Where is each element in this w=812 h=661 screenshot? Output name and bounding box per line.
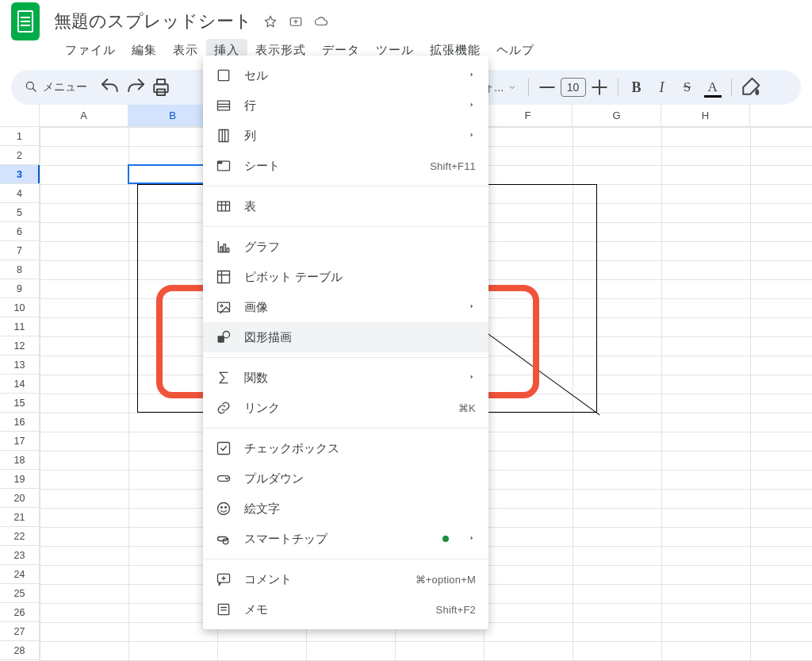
row-header-24[interactable]: 24 [0, 565, 39, 584]
new-indicator-dot [442, 536, 449, 542]
row-header-6[interactable]: 6 [0, 222, 39, 241]
column-header-F[interactable]: F [484, 105, 573, 126]
bold-button[interactable]: B [625, 75, 649, 99]
svg-rect-7 [219, 130, 228, 142]
menu-item-label: セル [244, 68, 455, 83]
submenu-arrow-icon [468, 534, 476, 544]
insert-menu-item-sigma[interactable]: 関数 [203, 363, 488, 393]
star-icon[interactable] [263, 14, 278, 29]
submenu-arrow-icon [468, 373, 476, 382]
row-header-1[interactable]: 1 [0, 127, 39, 146]
row-header-2[interactable]: 2 [0, 146, 39, 165]
insert-menu-item-chart[interactable]: グラフ [203, 232, 488, 262]
image-icon [216, 299, 232, 315]
pivot-icon [216, 269, 232, 285]
select-all-corner[interactable] [0, 105, 40, 127]
row-header-22[interactable]: 22 [0, 527, 39, 546]
svg-rect-26 [218, 604, 228, 614]
row-header-18[interactable]: 18 [0, 451, 39, 470]
row-header-8[interactable]: 8 [0, 260, 39, 279]
undo-button[interactable] [98, 75, 122, 99]
redo-button[interactable] [124, 75, 147, 99]
insert-menu-item-drawing[interactable]: 図形描画 [203, 322, 488, 352]
svg-rect-19 [218, 443, 230, 455]
menu-item-label: 列 [244, 129, 455, 144]
sigma-icon [216, 370, 232, 386]
row-header-15[interactable]: 15 [0, 394, 39, 413]
cols-icon [216, 128, 232, 144]
row-header-19[interactable]: 19 [0, 470, 39, 489]
menu-表示[interactable]: 表示 [165, 39, 206, 62]
move-icon[interactable] [289, 14, 303, 29]
row-header-11[interactable]: 11 [0, 317, 39, 336]
app-icon[interactable] [11, 2, 40, 40]
italic-button[interactable]: I [650, 75, 674, 99]
insert-menu-item-cell[interactable]: セル [203, 60, 488, 90]
row-header-9[interactable]: 9 [0, 279, 39, 298]
link-icon [216, 400, 232, 416]
insert-menu-item-note[interactable]: メモShift+F2 [203, 594, 488, 624]
row-header-12[interactable]: 12 [0, 336, 39, 355]
insert-menu-item-check[interactable]: チェックボックス [203, 433, 488, 463]
strikethrough-button[interactable]: S [676, 75, 699, 99]
menu-ヘルプ[interactable]: ヘルプ [488, 39, 542, 62]
row-header-23[interactable]: 23 [0, 546, 39, 565]
menu-search[interactable]: メニュー [17, 74, 97, 101]
svg-rect-13 [227, 248, 229, 252]
row-header-21[interactable]: 21 [0, 508, 39, 527]
table-icon [216, 198, 232, 214]
font-size-input[interactable]: 10 [561, 78, 586, 97]
font-size-increase[interactable] [588, 75, 611, 99]
insert-menu-item-comment[interactable]: コメント⌘+option+M [203, 564, 488, 594]
insert-menu-item-rows[interactable]: 行 [203, 90, 488, 121]
menu-item-label: 画像 [244, 300, 455, 315]
column-header-A[interactable]: A [40, 105, 128, 126]
insert-menu-item-dropdown[interactable]: プルダウン [203, 463, 488, 494]
font-size-decrease[interactable] [535, 75, 559, 99]
menu-item-label: リンク [244, 401, 446, 416]
row-header-4[interactable]: 4 [0, 184, 39, 203]
column-header-H[interactable]: H [661, 105, 750, 126]
submenu-arrow-icon [468, 71, 476, 80]
row-header-13[interactable]: 13 [0, 355, 39, 375]
row-header-14[interactable]: 14 [0, 375, 39, 394]
row-header-17[interactable]: 17 [0, 432, 39, 451]
cell-icon [216, 67, 232, 83]
svg-point-24 [223, 539, 228, 544]
row-header-20[interactable]: 20 [0, 489, 39, 508]
keyboard-shortcut: Shift+F11 [430, 160, 476, 172]
fill-color-button[interactable] [738, 75, 762, 99]
submenu-arrow-icon [468, 101, 476, 110]
row-header-5[interactable]: 5 [0, 203, 39, 222]
menu-ファイル[interactable]: ファイル [57, 39, 124, 62]
insert-menu-item-table[interactable]: 表 [203, 191, 488, 221]
print-button[interactable] [149, 75, 173, 99]
insert-menu-item-link[interactable]: リンク⌘K [203, 393, 488, 423]
insert-menu-item-chip[interactable]: スマートチップ [203, 524, 488, 554]
insert-menu-item-image[interactable]: 画像 [203, 292, 488, 322]
row-header-7[interactable]: 7 [0, 241, 39, 260]
text-color-button[interactable]: A [701, 75, 725, 99]
row-header-25[interactable]: 25 [0, 584, 39, 603]
insert-menu-item-cols[interactable]: 列 [203, 121, 488, 151]
insert-menu-item-pivot[interactable]: ピボット テーブル [203, 262, 488, 292]
row-header-16[interactable]: 16 [0, 413, 39, 432]
check-icon [216, 440, 232, 456]
cloud-status-icon[interactable] [314, 14, 328, 29]
row-header-3[interactable]: 3 [0, 165, 39, 184]
comment-icon [216, 571, 232, 587]
insert-menu-item-emoji[interactable]: 絵文字 [203, 494, 488, 524]
menu-item-label: コメント [244, 572, 403, 587]
menu-編集[interactable]: 編集 [124, 39, 165, 62]
svg-point-18 [223, 332, 229, 338]
rows-icon [216, 98, 232, 113]
column-header-G[interactable]: G [573, 105, 661, 126]
keyboard-shortcut: ⌘+option+M [416, 574, 476, 586]
row-header-27[interactable]: 27 [0, 622, 39, 641]
row-header-10[interactable]: 10 [0, 298, 39, 317]
row-header-26[interactable]: 26 [0, 603, 39, 622]
document-title[interactable]: 無題のスプレッドシート [54, 10, 252, 33]
insert-menu-item-sheet[interactable]: シートShift+F11 [203, 151, 488, 181]
row-header-28[interactable]: 28 [0, 641, 39, 660]
insert-menu-dropdown: セル行列シートShift+F11表グラフピボット テーブル画像図形描画関数リンク… [203, 56, 488, 629]
